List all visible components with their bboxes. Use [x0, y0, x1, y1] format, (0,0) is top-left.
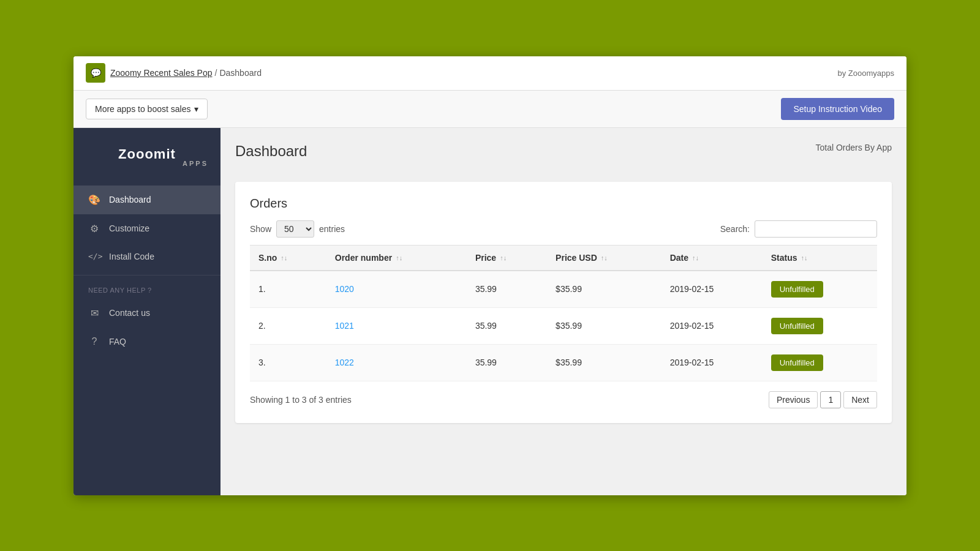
help-icon: ?: [88, 336, 100, 347]
sidebar-item-label-contact: Contact us: [109, 308, 150, 318]
col-date[interactable]: Date ↑↓: [662, 245, 763, 271]
cell-status-2: Unfulfilled: [763, 344, 877, 381]
status-badge-1: Unfulfilled: [771, 318, 823, 334]
chevron-down-icon: ▾: [194, 104, 198, 114]
logo-text: ZooomitAPPS: [86, 146, 208, 167]
sidebar-item-label-customize: Customize: [109, 223, 149, 233]
previous-button[interactable]: Previous: [769, 391, 818, 408]
top-bar: 💬 Zooomy Recent Sales Pop / Dashboard by…: [74, 56, 907, 91]
table-row: 3. 1022 35.99 $35.99 2019-02-15 Unfulfil…: [250, 344, 877, 381]
sidebar-item-label-dashboard: Dashboard: [109, 195, 151, 204]
sort-icon-status: ↑↓: [801, 254, 807, 261]
cell-sno-1: 2.: [250, 307, 326, 344]
search-control: Search:: [720, 220, 877, 238]
cell-sno-0: 1.: [250, 271, 326, 308]
cell-price-1: 35.99: [467, 307, 547, 344]
page-title: Dashboard: [235, 143, 307, 160]
more-apps-label: More apps to boost sales: [95, 104, 190, 114]
show-label: Show: [250, 224, 271, 234]
sidebar-item-label-faq: FAQ: [109, 337, 126, 347]
showing-text: Showing 1 to 3 of 3 entries: [250, 395, 352, 405]
gear-icon: ⚙: [88, 223, 100, 234]
next-button[interactable]: Next: [843, 391, 877, 408]
sidebar-item-label-install-code: Install Code: [109, 252, 154, 261]
by-label: by Zooomyapps: [838, 69, 895, 78]
col-price[interactable]: Price ↑↓: [467, 245, 547, 271]
cell-order-number-1: 1021: [326, 307, 467, 344]
cell-date-0: 2019-02-15: [662, 271, 763, 308]
sort-icon-sno: ↑↓: [281, 254, 287, 261]
table-row: 2. 1021 35.99 $35.99 2019-02-15 Unfulfil…: [250, 307, 877, 344]
sort-icon-order-number: ↑↓: [396, 254, 402, 261]
breadcrumb-text: Zooomy Recent Sales Pop / Dashboard: [110, 68, 262, 78]
sort-icon-price: ↑↓: [500, 254, 507, 261]
cell-sno-2: 3.: [250, 344, 326, 381]
cell-order-number-2: 1022: [326, 344, 467, 381]
sidebar-item-dashboard[interactable]: 🎨 Dashboard: [74, 186, 221, 214]
pagination: Showing 1 to 3 of 3 entries Previous 1 N…: [250, 391, 877, 408]
breadcrumb-current: Dashboard: [219, 68, 262, 78]
sidebar-item-faq[interactable]: ? FAQ: [74, 328, 221, 356]
cell-status-1: Unfulfilled: [763, 307, 877, 344]
status-badge-0: Unfulfilled: [771, 281, 823, 298]
orders-title: Orders: [250, 197, 877, 211]
code-icon: </>: [88, 252, 100, 261]
order-link-1[interactable]: 1021: [335, 321, 354, 331]
search-input[interactable]: [755, 220, 877, 238]
dashboard-icon: 🎨: [88, 194, 100, 206]
cell-price-usd-1: $35.99: [547, 307, 662, 344]
sidebar-item-contact[interactable]: ✉ Contact us: [74, 299, 221, 328]
entries-select[interactable]: 10 25 50 100: [276, 220, 314, 238]
breadcrumb-app-name[interactable]: Zooomy Recent Sales Pop: [110, 68, 213, 78]
cell-price-usd-0: $35.99: [547, 271, 662, 308]
page-1-button[interactable]: 1: [820, 391, 841, 408]
table-header-row: S.no ↑↓ Order number ↑↓: [250, 245, 877, 271]
sidebar-item-install-code[interactable]: </> Install Code: [74, 243, 221, 270]
cell-price-usd-2: $35.99: [547, 344, 662, 381]
mail-icon: ✉: [88, 307, 100, 319]
setup-video-button[interactable]: Setup Instruction Video: [781, 98, 894, 120]
search-label: Search:: [720, 224, 750, 234]
breadcrumb-separator: /: [215, 68, 217, 78]
order-link-2[interactable]: 1022: [335, 358, 354, 367]
entries-label: entries: [319, 224, 345, 234]
total-orders-label: Total Orders By App: [815, 143, 892, 152]
cell-date-1: 2019-02-15: [662, 307, 763, 344]
cell-status-0: Unfulfilled: [763, 271, 877, 308]
more-apps-button[interactable]: More apps to boost sales ▾: [86, 99, 208, 119]
show-entries: Show 10 25 50 100 entries: [250, 220, 345, 238]
table-row: 1. 1020 35.99 $35.99 2019-02-15 Unfulfil…: [250, 271, 877, 308]
order-link-0[interactable]: 1020: [335, 284, 354, 294]
col-price-usd[interactable]: Price USD ↑↓: [547, 245, 662, 271]
sidebar: ZooomitAPPS 🎨 Dashboard ⚙ Customize </> …: [74, 128, 221, 495]
action-bar: More apps to boost sales ▾ Setup Instruc…: [74, 91, 907, 128]
main-layout: ZooomitAPPS 🎨 Dashboard ⚙ Customize </> …: [74, 128, 907, 495]
col-status[interactable]: Status ↑↓: [763, 245, 877, 271]
breadcrumb: 💬 Zooomy Recent Sales Pop / Dashboard: [86, 63, 262, 83]
cell-date-2: 2019-02-15: [662, 344, 763, 381]
orders-table: S.no ↑↓ Order number ↑↓: [250, 245, 877, 381]
orders-card: Orders Show 10 25 50 100 entries: [235, 182, 892, 423]
sidebar-item-customize[interactable]: ⚙ Customize: [74, 214, 221, 243]
cell-order-number-0: 1020: [326, 271, 467, 308]
page-controls: Previous 1 Next: [769, 391, 877, 408]
sidebar-nav: 🎨 Dashboard ⚙ Customize </> Install Code…: [74, 186, 221, 495]
main-window: 💬 Zooomy Recent Sales Pop / Dashboard by…: [74, 56, 907, 495]
sort-icon-price-usd: ↑↓: [601, 254, 608, 261]
logo-sub: APPS: [86, 160, 208, 167]
content-header: Dashboard Total Orders By App: [235, 143, 892, 170]
sort-icon-date: ↑↓: [692, 254, 699, 261]
app-icon: 💬: [86, 63, 105, 83]
table-controls: Show 10 25 50 100 entries Search:: [250, 220, 877, 238]
status-badge-2: Unfulfilled: [771, 354, 823, 371]
sidebar-logo: ZooomitAPPS: [74, 128, 221, 186]
cell-price-2: 35.99: [467, 344, 547, 381]
cell-price-0: 35.99: [467, 271, 547, 308]
col-sno[interactable]: S.no ↑↓: [250, 245, 326, 271]
help-section-label: NEED ANY HELP ?: [74, 275, 221, 299]
content-area: Dashboard Total Orders By App Orders Sho…: [221, 128, 907, 495]
col-order-number[interactable]: Order number ↑↓: [326, 245, 467, 271]
